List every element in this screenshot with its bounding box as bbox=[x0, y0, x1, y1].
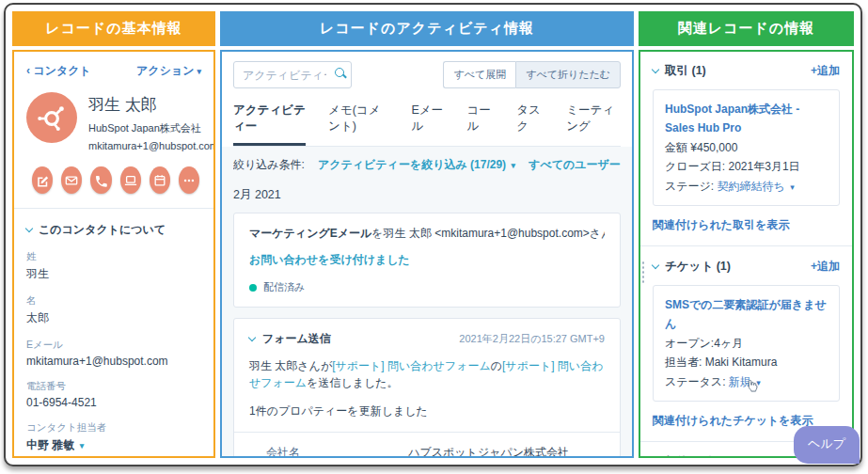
filter-label: 絞り込み条件: bbox=[233, 157, 305, 173]
contracts-collapse-toggle[interactable]: 契約 (0件) bbox=[653, 454, 718, 458]
chevron-down-icon bbox=[652, 457, 659, 458]
activity-search bbox=[233, 61, 352, 88]
collapse-all-button[interactable]: すべて折りたたむ bbox=[515, 61, 621, 88]
divider bbox=[640, 245, 852, 246]
tab-notes[interactable]: メモ(コメント) bbox=[328, 103, 388, 146]
tickets-section-header: チケット (1) +追加 bbox=[653, 259, 840, 275]
actions-dropdown[interactable]: アクション▾ bbox=[136, 63, 201, 79]
left-panel-title: レコードの基本情報 bbox=[12, 11, 215, 46]
search-icon bbox=[335, 68, 344, 77]
form-link[interactable]: [サポート] 問い合わせフォーム bbox=[332, 359, 491, 372]
property-row: 会社名 ハブスポットジャパン株式会社 bbox=[249, 445, 605, 456]
middle-panel-body: すべて展開 すべて折りたたむ アクティビティー メモ(コメント) Eメール コー… bbox=[220, 50, 634, 458]
app-frame: レコードの基本情報 ‹ コンタクト アクション▾ bbox=[4, 3, 862, 466]
meeting-button[interactable] bbox=[150, 166, 170, 194]
deals-section-header: 取引 (1) +追加 bbox=[653, 63, 840, 79]
chevron-down-icon: ▾ bbox=[77, 441, 84, 450]
email-button[interactable] bbox=[61, 166, 82, 194]
property-label: 会社名 bbox=[266, 445, 408, 456]
right-column: 関連レコードの情報 取引 (1) +追加 HubSpot Japan株式会社 -… bbox=[639, 11, 854, 458]
chevron-down-icon bbox=[652, 66, 659, 73]
deal-card: HubSpot Japan株式会社 - Sales Hub Pro 金額 ¥45… bbox=[653, 89, 840, 206]
ticket-owner: 担当者: Maki Kitamura bbox=[665, 353, 828, 371]
delivery-status: 配信済み bbox=[263, 280, 305, 294]
deal-stage-label: ステージ: bbox=[665, 180, 714, 193]
field-phone: 電話番号 01-6954-4521 bbox=[26, 380, 201, 409]
activity-type-label: マーケティングEメール bbox=[249, 227, 371, 240]
field-last-name: 姓 羽生 bbox=[26, 250, 201, 282]
left-panel-body: ‹ コンタクト アクション▾ bbox=[12, 50, 215, 458]
contact-company: HubSpot Japan株式会社 bbox=[88, 121, 215, 135]
avatar bbox=[26, 92, 77, 143]
middle-panel-title: レコードのアクティビティ情報 bbox=[220, 11, 634, 46]
tab-tasks[interactable]: タスク bbox=[516, 103, 544, 146]
task-icon bbox=[124, 174, 137, 187]
chevron-down-icon bbox=[248, 334, 256, 341]
expand-all-button[interactable]: すべて展開 bbox=[443, 61, 515, 88]
card-collapse-toggle[interactable]: フォーム送信 bbox=[249, 331, 331, 347]
help-button[interactable]: ヘルプ bbox=[794, 426, 860, 464]
ticket-name-link[interactable]: SMSでの二要素認証が届きません bbox=[665, 298, 827, 330]
drag-handle[interactable] bbox=[639, 261, 644, 283]
divider bbox=[14, 208, 213, 209]
field-email: Eメール mkitamura+1@hubspot.com bbox=[26, 339, 201, 368]
view-associated-deals-link[interactable]: 関連付けられた取引を表示 bbox=[653, 217, 840, 233]
call-button[interactable] bbox=[90, 166, 111, 194]
add-ticket-link[interactable]: +追加 bbox=[811, 259, 840, 275]
contact-email: mkitamura+1@hubspot.com bbox=[88, 140, 215, 151]
timestamp: 2021年2月22日の15:27 GMT+9 bbox=[459, 332, 605, 346]
call-icon bbox=[94, 174, 107, 187]
chevron-down-icon: ▾ bbox=[197, 67, 201, 76]
left-column: レコードの基本情報 ‹ コンタクト アクション▾ bbox=[12, 11, 215, 458]
tab-calls[interactable]: コール bbox=[466, 103, 494, 146]
chevron-down-icon: ▾ bbox=[788, 182, 795, 192]
contact-owner-dropdown[interactable]: 中野 雅敏 ▾ bbox=[26, 437, 201, 453]
ticket-status-label: ステータス: bbox=[665, 375, 725, 388]
meeting-icon bbox=[153, 174, 166, 187]
mouse-cursor-icon bbox=[744, 378, 758, 399]
back-to-contacts-link[interactable]: ‹ コンタクト bbox=[26, 63, 91, 79]
hubspot-sprocket-icon bbox=[36, 102, 68, 134]
email-subject-link[interactable]: お問い合わせを受け付けました bbox=[249, 252, 605, 268]
chevron-down-icon bbox=[25, 225, 33, 232]
deal-stage-dropdown[interactable]: 契約締結待ち ▾ bbox=[718, 180, 795, 193]
divider bbox=[234, 432, 620, 433]
add-deal-link[interactable]: +追加 bbox=[811, 63, 840, 79]
email-icon bbox=[65, 174, 78, 187]
tickets-collapse-toggle[interactable]: チケット (1) bbox=[653, 259, 731, 275]
activity-tabs: アクティビティー メモ(コメント) Eメール コール タスク ミーティング bbox=[233, 103, 621, 147]
filter-activity-dropdown[interactable]: アクティビティーを絞り込み (17/29) ▾ bbox=[318, 157, 515, 173]
chevron-down-icon bbox=[652, 261, 659, 269]
middle-column: レコードのアクティビティ情報 すべて展開 すべて折りたたむ bbox=[220, 11, 634, 458]
filter-users-dropdown[interactable]: すべてのユーザー ▾ bbox=[529, 157, 621, 173]
marketing-email-card: マーケティングEメールを羽生 太郎 <mkitamura+1@hubspot.c… bbox=[233, 213, 621, 308]
ticket-open-duration: オープン:4ヶ月 bbox=[665, 334, 828, 353]
tab-activity[interactable]: アクティビティー bbox=[233, 103, 306, 146]
field-contact-owner: コンタクト担当者 中野 雅敏 ▾ bbox=[26, 421, 201, 453]
properties-updated-text: 1件のプロパティーを更新しました bbox=[249, 403, 605, 419]
chevron-down-icon: ▾ bbox=[509, 161, 515, 170]
activity-search-input[interactable] bbox=[233, 61, 352, 88]
ticket-card: SMSでの二要素認証が届きません オープン:4ヶ月 担当者: Maki Kita… bbox=[653, 285, 840, 402]
task-button[interactable] bbox=[120, 166, 141, 194]
deals-collapse-toggle[interactable]: 取引 (1) bbox=[653, 63, 706, 79]
form-submission-card: フォーム送信 2021年2月22日の15:27 GMT+9 羽生 太郎さんが[サ… bbox=[233, 318, 621, 456]
ellipsis-icon bbox=[182, 174, 196, 187]
deal-amount: 金額 ¥450,000 bbox=[665, 138, 828, 157]
tab-email[interactable]: Eメール bbox=[411, 103, 444, 146]
note-button[interactable] bbox=[32, 166, 53, 194]
contact-name: 羽生 太郎 bbox=[88, 94, 215, 116]
tab-meetings[interactable]: ミーティング bbox=[566, 103, 621, 146]
deal-close-date: クローズ日: 2021年3月1日 bbox=[665, 157, 828, 176]
month-header: 2月 2021 bbox=[233, 187, 621, 203]
right-panel-body: 取引 (1) +追加 HubSpot Japan株式会社 - Sales Hub… bbox=[639, 50, 854, 458]
about-contact-section-header[interactable]: このコンタクトについて bbox=[26, 222, 201, 238]
note-icon bbox=[36, 174, 49, 187]
delivered-status-icon bbox=[249, 284, 257, 292]
property-value: ハブスポットジャパン株式会社 bbox=[408, 445, 569, 456]
more-actions-button[interactable] bbox=[179, 166, 199, 194]
deal-name-link[interactable]: HubSpot Japan株式会社 - Sales Hub Pro bbox=[665, 103, 799, 134]
right-panel-title: 関連レコードの情報 bbox=[639, 11, 854, 46]
field-first-name: 名 太郎 bbox=[26, 294, 201, 326]
